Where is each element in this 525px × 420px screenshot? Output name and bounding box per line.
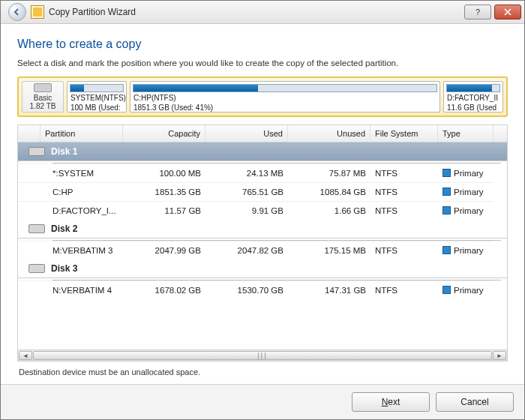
page-instruction: Select a disk and mark the position wher…: [17, 58, 508, 68]
cell-unused: 175.15 MB: [288, 241, 370, 260]
cell-used: 24.13 MB: [206, 164, 288, 182]
cell-type: Primary: [438, 201, 494, 220]
back-button[interactable]: [8, 3, 26, 21]
cell-name: D:FACTORY_I...: [40, 201, 123, 220]
partition-row[interactable]: D:FACTORY_I...11.57 GB9.91 GB1.66 GBNTFS…: [18, 201, 507, 220]
table-header: Partition Capacity Used Unused File Syst…: [18, 125, 507, 142]
help-button[interactable]: ?: [464, 4, 491, 20]
page-heading: Where to create a copy: [17, 38, 508, 51]
cell-name: *:SYSTEM: [40, 164, 123, 182]
disk-name: Disk 3: [51, 263, 77, 274]
col-fs[interactable]: File System: [370, 125, 438, 142]
disk-map-part-d[interactable]: D:FACTORY_II 11.6 GB (Used: [443, 81, 503, 112]
col-used[interactable]: Used: [206, 125, 288, 142]
partition-row[interactable]: M:VERBATIM 32047.99 GB2047.82 GB175.15 M…: [18, 241, 507, 260]
cell-unused: 1.66 GB: [288, 201, 370, 220]
type-color-icon: [442, 246, 451, 254]
col-unused[interactable]: Unused: [288, 125, 370, 142]
hdd-icon: [28, 147, 45, 156]
close-button[interactable]: [494, 4, 521, 20]
cell-name: C:HP: [40, 182, 123, 201]
cell-capacity: 100.00 MB: [123, 164, 206, 182]
partition-row[interactable]: *:SYSTEM100.00 MB24.13 MB75.87 MBNTFSPri…: [18, 164, 507, 182]
disk-map[interactable]: Basic 1.82 TB SYSTEM(NTFS) 100 MB (Used:…: [17, 76, 508, 117]
cell-used: 9.91 GB: [206, 201, 288, 220]
horizontal-scrollbar[interactable]: ◄ ||| ►: [18, 350, 507, 361]
cell-type: Primary: [438, 164, 494, 182]
disk-map-basic-size: 1.82 TB: [30, 102, 56, 110]
cell-fs: NTFS: [370, 241, 438, 260]
cell-unused: 1085.84 GB: [288, 182, 370, 201]
partition-row[interactable]: C:HP1851.35 GB765.51 GB1085.84 GBNTFSPri…: [18, 182, 507, 201]
cell-type: Primary: [438, 182, 494, 201]
cell-unused: 147.31 GB: [288, 280, 370, 299]
type-color-icon: [442, 206, 451, 214]
disk-map-head: Basic 1.82 TB: [22, 81, 64, 112]
type-color-icon: [442, 286, 451, 294]
window-title: Copy Partition Wizard: [49, 7, 136, 17]
cell-name: N:VERBATIM 4: [40, 280, 123, 299]
cell-type: Primary: [438, 241, 494, 260]
partition-row[interactable]: N:VERBATIM 41678.02 GB1530.70 GB147.31 G…: [18, 280, 507, 299]
footer-note: Destination device must be an unallocate…: [17, 362, 508, 378]
col-type[interactable]: Type: [438, 125, 494, 142]
cell-capacity: 1678.02 GB: [123, 280, 206, 299]
cell-used: 1530.70 GB: [206, 280, 288, 299]
cell-type: Primary: [438, 280, 494, 299]
hdd-icon: [28, 224, 45, 233]
hdd-icon: [28, 264, 45, 273]
hdd-icon: [34, 83, 52, 92]
type-color-icon: [442, 169, 451, 177]
cell-fs: NTFS: [370, 182, 438, 201]
disk-row[interactable]: Disk 2: [18, 220, 507, 238]
cell-unused: 75.87 MB: [288, 164, 370, 182]
cell-fs: NTFS: [370, 201, 438, 220]
cell-capacity: 11.57 GB: [123, 201, 206, 220]
col-partition[interactable]: Partition: [40, 125, 123, 142]
cell-used: 765.51 GB: [206, 182, 288, 201]
cell-fs: NTFS: [370, 280, 438, 299]
cell-capacity: 2047.99 GB: [123, 241, 206, 260]
footer: Next Cancel: [1, 384, 524, 419]
disk-map-basic-label: Basic: [34, 94, 52, 102]
disk-name: Disk 1: [51, 146, 77, 157]
app-icon: [31, 5, 44, 19]
disk-row[interactable]: Disk 1: [18, 142, 507, 161]
next-button[interactable]: Next: [352, 392, 430, 412]
disk-name: Disk 2: [51, 224, 77, 234]
disk-map-part-system[interactable]: SYSTEM(NTFS) 100 MB (Used:: [67, 81, 127, 112]
disk-row[interactable]: Disk 3: [18, 260, 507, 278]
cell-used: 2047.82 GB: [206, 241, 288, 260]
cell-fs: NTFS: [370, 164, 438, 182]
type-color-icon: [442, 188, 451, 196]
disk-map-part-c[interactable]: C:HP(NTFS) 1851.3 GB (Used: 41%): [130, 81, 440, 112]
wizard-window: Copy Partition Wizard ? Where to create …: [0, 0, 525, 420]
cell-name: M:VERBATIM 3: [40, 241, 123, 260]
col-capacity[interactable]: Capacity: [123, 125, 206, 142]
cell-capacity: 1851.35 GB: [123, 182, 206, 201]
titlebar: Copy Partition Wizard ?: [1, 1, 524, 24]
partition-table: Partition Capacity Used Unused File Syst…: [17, 124, 508, 362]
cancel-button[interactable]: Cancel: [436, 392, 514, 412]
table-body[interactable]: Disk 1*:SYSTEM100.00 MB24.13 MB75.87 MBN…: [18, 142, 507, 350]
